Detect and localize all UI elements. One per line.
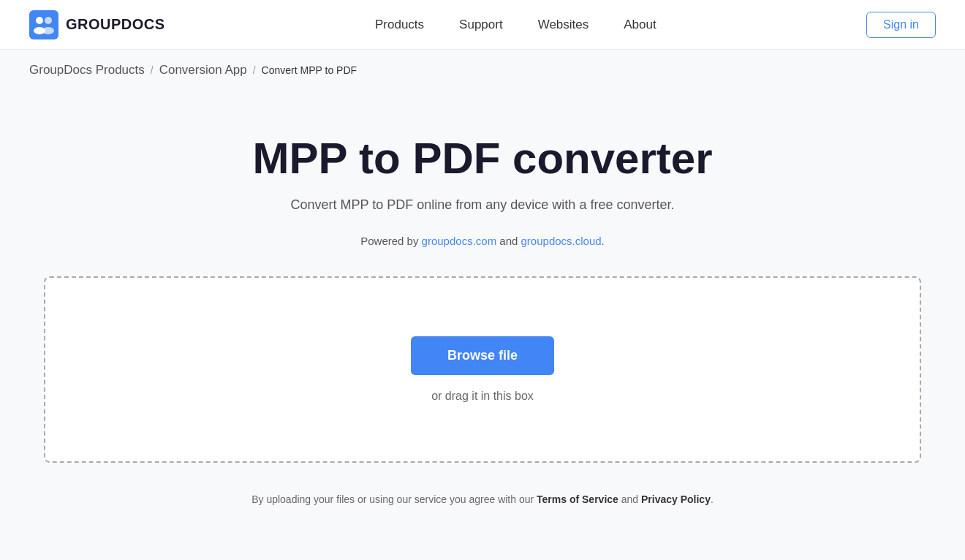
site-header: GROUPDOCS Products Support Websites Abou… [0, 0, 965, 50]
svg-point-4 [42, 27, 54, 34]
svg-rect-0 [29, 10, 58, 39]
logo[interactable]: GROUPDOCS [29, 10, 165, 39]
main-nav: Products Support Websites About [375, 18, 656, 32]
breadcrumb-second[interactable]: Conversion App [159, 63, 247, 77]
footer-note-prefix: By uploading your files or using our ser… [251, 493, 537, 505]
page-subtitle: Convert MPP to PDF online from any devic… [291, 197, 675, 213]
nav-support[interactable]: Support [459, 18, 503, 32]
groupdocs-cloud-link[interactable]: groupdocs.cloud [521, 235, 602, 247]
main-content: MPP to PDF converter Convert MPP to PDF … [0, 91, 965, 534]
powered-by: Powered by groupdocs.com and groupdocs.c… [360, 235, 605, 247]
breadcrumb: GroupDocs Products / Conversion App / Co… [0, 50, 965, 91]
groupdocs-com-link[interactable]: groupdocs.com [422, 235, 497, 247]
browse-file-button[interactable]: Browse file [411, 336, 554, 375]
breadcrumb-separator-2: / [253, 64, 256, 76]
svg-point-2 [45, 17, 52, 24]
nav-websites[interactable]: Websites [538, 18, 589, 32]
footer-note-and: and [618, 493, 641, 505]
powered-by-and: and [496, 235, 521, 247]
groupdocs-logo-icon [29, 10, 58, 39]
page-title: MPP to PDF converter [252, 135, 712, 183]
breadcrumb-separator-1: / [151, 64, 154, 76]
breadcrumb-current: Convert MPP to PDF [262, 64, 357, 76]
breadcrumb-root[interactable]: GroupDocs Products [29, 63, 145, 77]
logo-text: GROUPDOCS [66, 16, 165, 33]
svg-point-1 [36, 17, 43, 24]
footer-note: By uploading your files or using our ser… [251, 493, 714, 505]
terms-of-service-link[interactable]: Terms of Service [537, 493, 618, 505]
drag-text: or drag it in this box [431, 390, 534, 403]
powered-by-prefix: Powered by [360, 235, 421, 247]
footer-note-suffix: . [711, 493, 714, 505]
powered-by-suffix: . [602, 235, 605, 247]
nav-about[interactable]: About [624, 18, 656, 32]
file-drop-zone[interactable]: Browse file or drag it in this box [44, 276, 921, 463]
sign-in-button[interactable]: Sign in [866, 12, 936, 38]
nav-products[interactable]: Products [375, 18, 424, 32]
privacy-policy-link[interactable]: Privacy Policy [641, 493, 711, 505]
